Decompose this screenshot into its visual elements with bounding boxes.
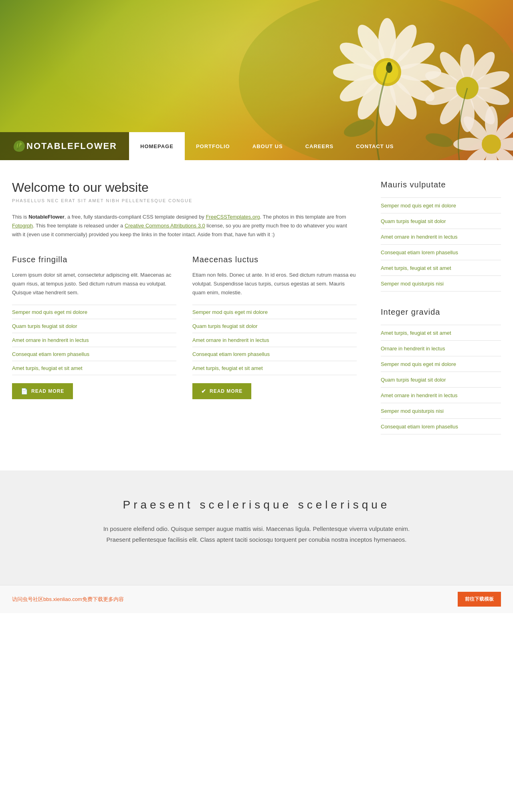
integer-heading: Integer gravida	[381, 308, 501, 317]
maecenas-text: Etiam non felis. Donec ut ante. In id er…	[192, 271, 357, 297]
nav-portfolio[interactable]: PORTFOLIO	[185, 132, 241, 160]
mauris-link-1[interactable]: Semper mod quis eget mi dolore	[381, 203, 456, 209]
list-item: Quam turpis feugiat sit dolor	[192, 319, 357, 333]
list-item: Semper mod quisturpis nisi	[381, 276, 501, 291]
list-item: Semper mod quis eget mi dolore	[12, 305, 176, 319]
nav-links: HOMEPAGE PORTFOLIO ABOUT US CAREERS CONT…	[129, 132, 513, 160]
col-maecenas: Maecenas luctus Etiam non felis. Donec u…	[192, 255, 357, 399]
list-item: Quam turpis feugiat sit dolor	[381, 213, 501, 229]
col-fusce: Fusce fringilla Lorem ipsum dolor sit am…	[12, 255, 176, 399]
fusce-link-2[interactable]: Quam turpis feugiat sit dolor	[12, 323, 77, 329]
fusce-link-3[interactable]: Amet ornare in hendrerit in lectus	[12, 337, 89, 343]
list-item: Amet ornare in hendrerit in lectus	[192, 333, 357, 347]
maecenas-heading: Maecenas luctus	[192, 255, 357, 264]
fusce-heading: Fusce fringilla	[12, 255, 176, 264]
list-item: Amet ornare in hendrerit in lectus	[12, 333, 176, 347]
fusce-link-5[interactable]: Amet turpis, feugiat et sit amet	[12, 365, 83, 371]
mauris-link-6[interactable]: Semper mod quisturpis nisi	[381, 281, 444, 287]
sidebar-mauris: Mauris vulputate Semper mod quis eget mi…	[381, 180, 501, 291]
mauris-link-4[interactable]: Consequat etiam lorem phasellus	[381, 249, 458, 255]
list-item: Amet ornare in hendrerit in lectus	[381, 229, 501, 245]
list-item: Consequat etiam lorem phasellus	[381, 245, 501, 260]
leaf-icon	[12, 139, 26, 153]
sidebar-integer: Integer gravida Amet turpis, feugiat et …	[381, 308, 501, 434]
hero-section: NOTABLEFLOWER HOMEPAGE PORTFOLIO ABOUT U…	[0, 0, 513, 160]
list-item: Consequat etiam lorem phasellus	[381, 419, 501, 434]
list-item: Ornare in hendrerit in lectus	[381, 341, 501, 356]
check-icon: ✔	[201, 388, 206, 394]
two-col: Fusce fringilla Lorem ipsum dolor sit am…	[12, 255, 357, 399]
list-item: Semper mod quis eget mi dolore	[381, 198, 501, 213]
fusce-link-4[interactable]: Consequat etiam lorem phasellus	[12, 351, 89, 357]
bottom-community-link[interactable]: 访问虫号社区bbs.xienliao.com免费下载更多内容	[12, 596, 124, 603]
fusce-read-more-button[interactable]: 📄 READ MORE	[12, 383, 73, 399]
integer-link-7[interactable]: Consequat etiam lorem phasellus	[381, 424, 458, 430]
integer-link-4[interactable]: Quam turpis feugiat sit dolor	[381, 377, 446, 383]
list-item: Amet turpis, feugiat et sit amet	[381, 260, 501, 276]
integer-link-1[interactable]: Amet turpis, feugiat et sit amet	[381, 330, 451, 336]
list-item: Semper mod quis eget mi dolore	[192, 305, 357, 319]
mauris-link-3[interactable]: Amet ornare in hendrerit in lectus	[381, 234, 457, 240]
fusce-links: Semper mod quis eget mi dolore Quam turp…	[12, 305, 176, 375]
maecenas-link-4[interactable]: Consequat etiam lorem phasellus	[192, 351, 270, 357]
list-item: Semper mod quis eget mi dolore	[381, 356, 501, 372]
footer-heading: Praesent scelerisque scelerisque	[12, 498, 501, 511]
document-icon: 📄	[21, 388, 28, 394]
list-item: Amet turpis, feugiat et sit amet	[12, 361, 176, 375]
brand-name: NOTABLEFLOWER	[26, 141, 117, 151]
integer-links: Amet turpis, feugiat et sit amet Ornare …	[381, 325, 501, 434]
content-left: Welcome to our website PHASELLUS NEC ERA…	[12, 180, 357, 450]
nav-contact-us[interactable]: CONTACT US	[345, 132, 405, 160]
maecenas-link-5[interactable]: Amet turpis, feugiat et sit amet	[192, 365, 263, 371]
list-item: Quam turpis feugiat sit dolor	[381, 372, 501, 388]
fusce-link-1[interactable]: Semper mod quis eget mi dolore	[12, 309, 87, 315]
cc-link[interactable]: Creative Commons Attributions 3.0	[125, 223, 205, 229]
maecenas-read-more-button[interactable]: ✔ READ MORE	[192, 383, 251, 399]
fotogrph-link[interactable]: Fotogrph	[12, 223, 33, 229]
maecenas-btn-label: READ MORE	[210, 388, 242, 394]
content-right: Mauris vulputate Semper mod quis eget mi…	[381, 180, 501, 450]
mauris-links: Semper mod quis eget mi dolore Quam turp…	[381, 197, 501, 291]
list-item: Quam turpis feugiat sit dolor	[12, 319, 176, 333]
list-item: Amet turpis, feugiat et sit amet	[192, 361, 357, 375]
maecenas-link-2[interactable]: Quam turpis feugiat sit dolor	[192, 323, 258, 329]
welcome-text: This is NotableFlower, a free, fully sta…	[12, 213, 357, 239]
nav-homepage[interactable]: HOMEPAGE	[129, 132, 185, 160]
list-item: Consequat etiam lorem phasellus	[12, 347, 176, 361]
fusce-btn-label: READ MORE	[31, 388, 64, 394]
welcome-subtitle: PHASELLUS NEC ERAT SIT AMET NIBH PELLENT…	[12, 198, 357, 203]
brand: NOTABLEFLOWER	[0, 132, 129, 160]
integer-link-2[interactable]: Ornare in hendrerit in lectus	[381, 346, 445, 352]
download-template-button[interactable]: 前往下载模板	[458, 592, 501, 607]
mauris-heading: Mauris vulputate	[381, 180, 501, 189]
freecss-link[interactable]: FreeCSSTemplates.org	[206, 214, 260, 220]
nav-about-us[interactable]: ABOUT US	[241, 132, 294, 160]
main-content: Welcome to our website PHASELLUS NEC ERA…	[0, 160, 513, 470]
bottom-bar: 访问虫号社区bbs.xienliao.com免费下载更多内容 前往下载模板	[0, 585, 513, 613]
maecenas-links: Semper mod quis eget mi dolore Quam turp…	[192, 305, 357, 375]
list-item: Consequat etiam lorem phasellus	[192, 347, 357, 361]
integer-link-5[interactable]: Amet ornare in hendrerit in lectus	[381, 392, 457, 398]
fusce-text: Lorem ipsum dolor sit amet, consectetur …	[12, 271, 176, 297]
welcome-title: Welcome to our website	[12, 180, 357, 195]
list-item: Amet ornare in hendrerit in lectus	[381, 388, 501, 403]
navbar: NOTABLEFLOWER HOMEPAGE PORTFOLIO ABOUT U…	[0, 132, 513, 160]
nav-careers[interactable]: CAREERS	[294, 132, 345, 160]
maecenas-link-1[interactable]: Semper mod quis eget mi dolore	[192, 309, 268, 315]
integer-link-6[interactable]: Semper mod quisturpis nisi	[381, 408, 444, 414]
footer-text: In posuere eleifend odio. Quisque semper…	[100, 523, 413, 545]
mauris-link-5[interactable]: Amet turpis, feugiat et sit amet	[381, 265, 451, 271]
svg-point-16	[387, 62, 391, 66]
list-item: Semper mod quisturpis nisi	[381, 403, 501, 419]
integer-link-3[interactable]: Semper mod quis eget mi dolore	[381, 361, 456, 367]
list-item: Amet turpis, feugiat et sit amet	[381, 325, 501, 341]
footer-section: Praesent scelerisque scelerisque In posu…	[0, 470, 513, 585]
maecenas-link-3[interactable]: Amet ornare in hendrerit in lectus	[192, 337, 269, 343]
mauris-link-2[interactable]: Quam turpis feugiat sit dolor	[381, 218, 446, 224]
